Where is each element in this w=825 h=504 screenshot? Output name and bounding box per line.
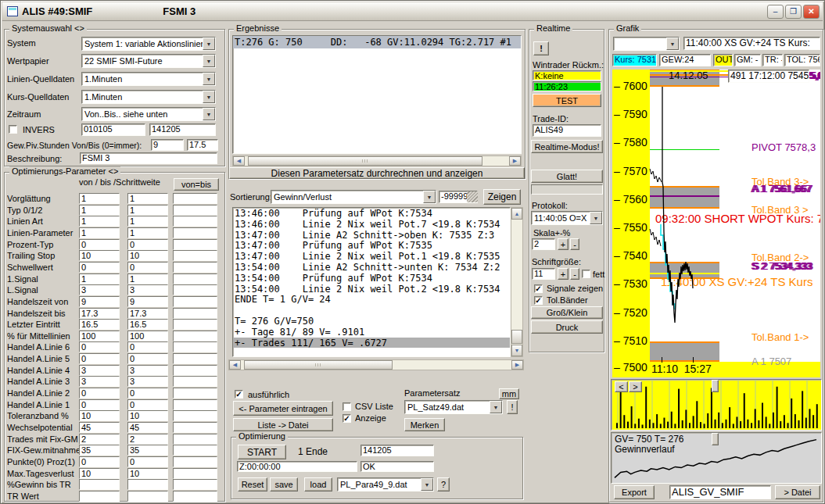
- sortierung-select[interactable]: Gewinn/Verlust▼: [271, 190, 436, 204]
- scrollbar-thumb[interactable]: [248, 156, 482, 166]
- parameter-input[interactable]: [173, 388, 217, 399]
- skala-field[interactable]: 2: [532, 238, 555, 250]
- gewpiv-von-field[interactable]: 9: [151, 139, 184, 151]
- wertpapier-select[interactable]: 22 SMIF SMI-Future▼: [81, 54, 216, 68]
- zeitraum-bis-field[interactable]: 141205: [149, 123, 216, 136]
- mm-button[interactable]: mm: [499, 388, 519, 399]
- chevron-down-icon[interactable]: ▼: [203, 38, 215, 50]
- log-line[interactable]: 13:54:00 Linie 2 Nix weil Pot.2 <19.8 K:…: [233, 284, 510, 295]
- parameter-input[interactable]: 0: [79, 239, 120, 250]
- protokoll-log-list[interactable]: 13:46:00 Prüfung auf WPot K:753413:46:00…: [232, 207, 511, 357]
- parameter-input[interactable]: [173, 410, 217, 421]
- parameter-input[interactable]: 9: [79, 296, 120, 307]
- schriftgroesse-field[interactable]: 11: [532, 268, 555, 280]
- chevron-down-icon[interactable]: ▼: [490, 401, 502, 413]
- param-file-select[interactable]: PL_Para49_9.dat▼: [337, 477, 434, 491]
- parameter-input[interactable]: 1: [79, 227, 120, 238]
- parameter-input[interactable]: 1: [79, 273, 120, 284]
- parameter-input[interactable]: [173, 341, 217, 352]
- chevron-down-icon[interactable]: ▼: [203, 108, 215, 120]
- csv-liste-checkbox[interactable]: [343, 402, 351, 411]
- parameter-input[interactable]: 0: [127, 399, 168, 410]
- parameter-input[interactable]: 0: [127, 239, 168, 250]
- parameter-input[interactable]: [173, 376, 217, 387]
- druck-button[interactable]: Druck: [531, 320, 603, 334]
- parameter-input[interactable]: [173, 319, 217, 330]
- chevron-down-icon[interactable]: ▼: [666, 38, 679, 50]
- scrollbar-thumb[interactable]: [511, 330, 522, 344]
- parameter-input[interactable]: 1: [79, 216, 120, 227]
- ergebnisse-selected-row[interactable]: T:276 G: 750 DD: -68 GV:11.0294 TG:2.717…: [233, 36, 521, 48]
- parametersatz-select[interactable]: PL_Satz49.dat▼: [404, 400, 503, 414]
- log-line[interactable]: 13:47:00 Prüfung auf WPot K:7535: [233, 240, 510, 251]
- system-select[interactable]: System 1: variable Aktionslinien▼: [81, 37, 216, 51]
- log-line[interactable]: 13:46:00 Prüfung auf WPot K:7534: [233, 208, 510, 219]
- parameter-input[interactable]: [173, 239, 217, 250]
- parameter-input[interactable]: 10: [127, 250, 168, 261]
- scroll-up-icon[interactable]: ▲: [511, 208, 522, 220]
- parameter-input[interactable]: 1: [127, 227, 168, 238]
- parameter-input[interactable]: [173, 399, 217, 410]
- schrift-minus-button[interactable]: -: [570, 268, 579, 280]
- zeitraum-von-field[interactable]: 010105: [81, 123, 145, 136]
- parameter-input[interactable]: 1: [79, 193, 120, 204]
- minimize-button[interactable]: –: [767, 5, 784, 19]
- parameter-input[interactable]: 3: [127, 365, 168, 376]
- parameter-input[interactable]: 0: [79, 388, 120, 399]
- scroll-down-icon[interactable]: ▼: [511, 345, 522, 356]
- parameter-input[interactable]: [173, 205, 217, 216]
- chevron-down-icon[interactable]: ▼: [421, 478, 433, 491]
- parameter-input[interactable]: 3: [79, 376, 120, 387]
- parameter-input[interactable]: [173, 445, 217, 456]
- parameter-input[interactable]: 3: [127, 376, 168, 387]
- save-button[interactable]: save: [270, 477, 298, 491]
- log-line[interactable]: 13:47:00 Linie A2 Schnitt->oben K: 7535 …: [233, 230, 510, 241]
- parameter-input[interactable]: 1: [127, 193, 168, 204]
- parameter-input[interactable]: [173, 216, 217, 227]
- parameter-input[interactable]: [173, 227, 217, 238]
- parameter-input[interactable]: 0: [79, 456, 120, 467]
- reset-button[interactable]: Reset: [238, 477, 267, 491]
- von-bis-button[interactable]: von=bis: [174, 178, 219, 191]
- scroll-right-icon[interactable]: ▶: [509, 156, 521, 166]
- parameter-input[interactable]: 100: [79, 331, 120, 341]
- merken-button[interactable]: Merken: [404, 418, 445, 431]
- glatt-button[interactable]: Glatt!: [531, 170, 603, 183]
- log-line[interactable]: T= 276 G/V=750: [233, 316, 510, 327]
- parameter-input[interactable]: 2: [127, 434, 168, 445]
- parameter-input[interactable]: 1: [127, 205, 168, 216]
- ausfuehrlich-checkbox[interactable]: ✓: [235, 390, 243, 399]
- parameter-input[interactable]: 16.5: [79, 319, 120, 330]
- log-vscrollbar[interactable]: ▲ ▼: [511, 207, 523, 357]
- parameter-input[interactable]: [173, 284, 217, 295]
- parameter-input[interactable]: 45: [127, 422, 168, 433]
- chevron-down-icon[interactable]: ▼: [203, 55, 215, 67]
- parameter-input[interactable]: [127, 491, 168, 502]
- gross-klein-button[interactable]: Groß/Klein: [531, 306, 603, 319]
- parameter-input[interactable]: [173, 365, 217, 376]
- grafik-select[interactable]: ▼: [613, 37, 680, 51]
- parameter-input[interactable]: [173, 434, 217, 445]
- start-button[interactable]: START: [238, 445, 286, 459]
- realtime-bang-button[interactable]: !: [533, 41, 549, 55]
- invers-checkbox[interactable]: [9, 125, 17, 134]
- log-line[interactable]: [233, 305, 510, 316]
- parameter-input[interactable]: 3: [79, 284, 120, 295]
- parameter-input[interactable]: 1: [127, 273, 168, 284]
- parameter-input[interactable]: 0: [127, 456, 168, 467]
- log-hscrollbar[interactable]: ◀ ▶: [228, 359, 524, 370]
- log-line[interactable]: +- Trades 111/ 165 V= .6727: [233, 338, 510, 349]
- equity-slider-handle[interactable]: [712, 433, 719, 445]
- parameter-input[interactable]: [173, 353, 217, 364]
- parameter-input[interactable]: 0: [79, 399, 120, 410]
- zeitraum-select[interactable]: Von..Bis.. siehe unten▼: [81, 107, 216, 121]
- ergebnisse-hscrollbar[interactable]: ◀ ▶: [232, 155, 522, 166]
- parameter-input[interactable]: 100: [127, 331, 168, 341]
- beschreibung-field[interactable]: FSMI 3: [80, 152, 217, 164]
- schrift-plus-button[interactable]: +: [558, 268, 569, 280]
- log-line[interactable]: +- Tage 81/ 89 V= .9101: [233, 327, 510, 338]
- skala-plus-button[interactable]: +: [558, 238, 569, 250]
- parameter-input[interactable]: 10: [127, 410, 168, 421]
- linien-quelldaten-select[interactable]: 1.Minuten▼: [81, 72, 216, 86]
- parameter-input[interactable]: 0: [127, 341, 168, 352]
